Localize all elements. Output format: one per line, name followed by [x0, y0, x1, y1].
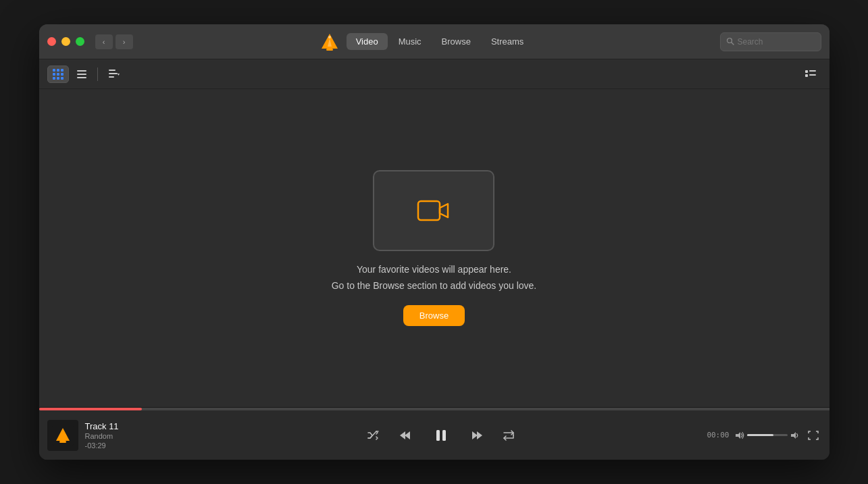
svg-rect-9: [109, 73, 118, 74]
track-thumbnail: [47, 420, 78, 451]
tab-video[interactable]: Video: [347, 33, 388, 50]
svg-rect-12: [805, 70, 808, 73]
list-icon: [77, 70, 86, 78]
svg-marker-26: [736, 432, 740, 439]
tab-streams[interactable]: Streams: [482, 33, 533, 50]
main-content: Your favorite videos will appear here. G…: [39, 89, 829, 407]
progress-fill: [39, 408, 142, 410]
volume-max-icon: [790, 431, 800, 439]
svg-rect-22: [436, 430, 440, 441]
browse-button[interactable]: Browse: [403, 305, 465, 326]
svg-rect-5: [77, 70, 86, 72]
svg-marker-25: [472, 431, 478, 439]
svg-rect-14: [805, 74, 808, 77]
svg-marker-20: [400, 431, 405, 439]
search-icon: [726, 36, 734, 48]
traffic-lights: [47, 37, 84, 46]
pause-button[interactable]: [427, 421, 455, 450]
svg-rect-23: [442, 430, 446, 441]
svg-rect-13: [809, 70, 816, 72]
prev-button[interactable]: [396, 427, 413, 443]
forward-button[interactable]: ›: [116, 34, 133, 49]
vlc-logo: [320, 32, 340, 52]
svg-rect-6: [77, 74, 86, 75]
nav-tabs: Video Music Browse Streams: [347, 33, 534, 50]
fullscreen-button[interactable]: [805, 428, 821, 443]
controls-right: 00:00: [686, 428, 821, 443]
search-input[interactable]: [738, 37, 815, 47]
empty-line1: Your favorite videos will appear here.: [332, 262, 537, 278]
prev-icon: [399, 430, 411, 441]
controls-center: [196, 421, 686, 450]
next-button[interactable]: [469, 427, 486, 443]
svg-line-4: [732, 43, 734, 45]
volume-fill: [747, 434, 773, 436]
titlebar-center: Video Music Browse Streams: [133, 32, 720, 52]
svg-rect-16: [418, 201, 440, 220]
track-info: Track 11 Random -03:29: [47, 420, 196, 451]
track-thumb-icon: [52, 425, 74, 446]
fullscreen-icon: [808, 431, 819, 440]
main-window: ‹ › Video Music Browse Streams: [39, 24, 829, 460]
next-icon: [471, 430, 484, 441]
volume-slider[interactable]: [747, 434, 788, 436]
time-display: 00:00: [707, 431, 729, 439]
svg-marker-11: [118, 74, 120, 76]
pause-icon: [434, 428, 449, 443]
track-title: Track 11: [85, 421, 119, 431]
track-subtitle: Random: [85, 432, 119, 440]
grid-icon: [53, 69, 63, 80]
svg-rect-19: [59, 441, 66, 443]
empty-state: Your favorite videos will appear here. G…: [332, 170, 537, 326]
view-options-button[interactable]: [800, 66, 821, 82]
svg-point-3: [727, 38, 732, 43]
empty-line2: Go to the Browse section to add videos y…: [332, 278, 537, 294]
toolbar-separator: [97, 68, 98, 81]
volume-control: [735, 431, 800, 439]
svg-rect-8: [109, 70, 116, 71]
svg-marker-24: [477, 431, 482, 439]
repeat-icon: [503, 430, 515, 441]
sort-button[interactable]: [103, 66, 125, 82]
svg-rect-1: [326, 49, 333, 51]
toolbar-left: [47, 65, 125, 83]
svg-point-2: [328, 36, 331, 38]
repeat-button[interactable]: [500, 427, 517, 443]
player-controls: Track 11 Random -03:29: [39, 410, 829, 460]
back-button[interactable]: ‹: [95, 34, 113, 49]
close-button[interactable]: [47, 37, 56, 46]
search-box[interactable]: [720, 32, 821, 51]
empty-state-text: Your favorite videos will appear here. G…: [332, 262, 537, 294]
view-options-icon: [805, 70, 816, 79]
shuffle-button[interactable]: [365, 427, 382, 443]
svg-rect-15: [809, 74, 816, 76]
progress-bar[interactable]: [39, 408, 829, 410]
toolbar: [39, 59, 829, 89]
list-view-button[interactable]: [72, 67, 92, 82]
svg-rect-10: [109, 76, 114, 78]
player-bar: Track 11 Random -03:29: [39, 407, 829, 460]
toolbar-right: [800, 66, 821, 82]
track-time: -03:29: [85, 441, 119, 450]
titlebar: ‹ › Video Music Browse Streams: [39, 24, 829, 59]
tab-music[interactable]: Music: [389, 33, 431, 50]
nav-arrows: ‹ ›: [95, 34, 133, 49]
volume-icon: [735, 431, 744, 439]
minimize-button[interactable]: [61, 37, 70, 46]
svg-marker-27: [791, 432, 796, 439]
svg-rect-7: [77, 77, 86, 78]
video-placeholder: [373, 170, 494, 251]
shuffle-icon: [367, 430, 380, 441]
grid-view-button[interactable]: [47, 65, 69, 83]
maximize-button[interactable]: [76, 37, 84, 46]
sort-icon: [109, 70, 120, 79]
tab-browse[interactable]: Browse: [432, 33, 480, 50]
track-details: Track 11 Random -03:29: [85, 421, 119, 450]
svg-marker-21: [405, 431, 410, 439]
video-camera-icon: [417, 197, 451, 224]
